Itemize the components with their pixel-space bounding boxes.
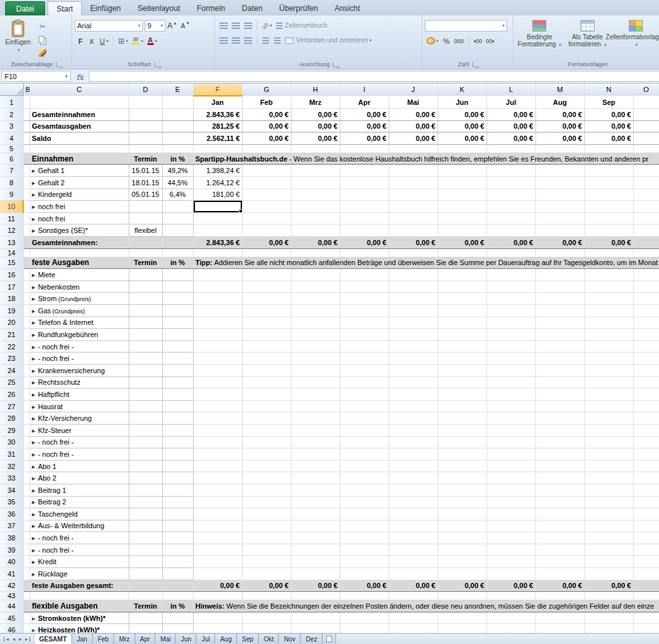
cell-L4[interactable]: 0,00 € [487, 133, 535, 145]
cell-G5[interactable] [242, 144, 291, 152]
cell-I16[interactable] [340, 269, 389, 281]
cell-D29[interactable] [129, 424, 162, 436]
cell-C44[interactable]: flexible Ausgaben [30, 600, 129, 612]
cell-G1[interactable]: Feb [242, 96, 291, 109]
paste-button[interactable]: Einfügen▾ [3, 18, 33, 58]
cell-H36[interactable] [291, 508, 340, 520]
cell-E45[interactable] [162, 612, 193, 624]
format-as-table-button[interactable]: Als Tabelle formatieren ▾ [564, 18, 611, 48]
cell-B11[interactable] [23, 212, 30, 225]
cell-J4[interactable]: 0,00 € [389, 133, 438, 145]
cell-K32[interactable] [438, 460, 487, 472]
row-header-27[interactable]: 27 [0, 400, 23, 412]
cell-I34[interactable] [340, 484, 389, 496]
column-header-L[interactable]: L [487, 84, 535, 96]
cell-M40[interactable] [535, 556, 584, 568]
cell-M5[interactable] [535, 144, 584, 152]
cell-E2[interactable] [162, 109, 193, 121]
cell-D26[interactable] [129, 389, 162, 401]
cell-J46[interactable] [389, 624, 438, 633]
row-header-39[interactable]: 39 [0, 544, 23, 556]
cell-I38[interactable] [340, 532, 389, 544]
cell-N2[interactable]: 0,00 € [584, 109, 633, 121]
cell-E14[interactable] [162, 248, 193, 257]
cell-L23[interactable] [487, 353, 535, 365]
sheet-tab-aug[interactable]: Aug [215, 634, 237, 644]
cell-M26[interactable] [535, 389, 584, 401]
merge-center-button[interactable]: Verbinden und zentrieren▾ [283, 35, 373, 46]
cell-C41[interactable]: ▶Rücklage [30, 568, 129, 580]
row-header-41[interactable]: 41 [0, 568, 23, 580]
cell-K17[interactable] [438, 281, 487, 293]
cell-H3[interactable]: 0,00 € [291, 120, 340, 133]
cell-M45[interactable] [535, 612, 584, 624]
cell-G27[interactable] [242, 400, 291, 412]
select-all-corner[interactable] [0, 84, 23, 96]
cell-D8[interactable]: 18.01.15 [129, 177, 162, 189]
cell-C30[interactable]: ▶- noch frei - [30, 436, 129, 448]
cell-I46[interactable] [340, 624, 389, 633]
cell-H39[interactable] [291, 544, 340, 556]
cell-N26[interactable] [584, 389, 633, 401]
cell-E4[interactable] [162, 133, 193, 145]
cell-O10[interactable] [633, 201, 659, 213]
cell-G40[interactable] [242, 556, 291, 568]
cell-H40[interactable] [291, 556, 340, 568]
row-header-32[interactable]: 32 [0, 460, 23, 472]
row-header-44[interactable]: 44 [0, 600, 23, 612]
cell-M33[interactable] [535, 472, 584, 484]
cell-O36[interactable] [633, 508, 659, 520]
cell-B38[interactable] [23, 532, 30, 544]
cell-H21[interactable] [291, 329, 340, 341]
cell-D18[interactable] [129, 293, 162, 305]
cell-L41[interactable] [487, 568, 535, 580]
align-middle-button[interactable] [230, 20, 242, 31]
cell-N38[interactable] [584, 532, 633, 544]
cell-B34[interactable] [23, 484, 30, 496]
cell-D23[interactable] [129, 353, 162, 365]
cell-C23[interactable]: ▶- noch frei - [30, 353, 129, 365]
cell-B35[interactable] [23, 496, 30, 508]
cell-B46[interactable] [23, 624, 30, 633]
cell-E5[interactable] [162, 144, 193, 152]
cell-H9[interactable] [291, 189, 340, 201]
row-header-26[interactable]: 26 [0, 389, 23, 401]
cell-C25[interactable]: ▶Rechtsschutz [30, 376, 129, 389]
cell-E21[interactable] [162, 329, 193, 341]
cell-I17[interactable] [340, 281, 389, 293]
cell-N35[interactable] [584, 496, 633, 508]
cell-E29[interactable] [162, 424, 193, 436]
cell-D33[interactable] [129, 472, 162, 484]
cell-M30[interactable] [535, 436, 584, 448]
cell-O37[interactable] [633, 520, 659, 532]
borders-button[interactable]: ⊞▾ [116, 35, 130, 46]
cell-B2[interactable] [23, 109, 30, 121]
align-left-button[interactable] [218, 35, 230, 46]
cell-M22[interactable] [535, 340, 584, 353]
cell-E44[interactable]: in % [162, 600, 193, 612]
shrink-font-button[interactable]: A▼ [179, 21, 192, 32]
cell-F28[interactable] [193, 412, 242, 425]
cell-O25[interactable] [633, 376, 659, 389]
cell-I22[interactable] [340, 340, 389, 353]
cell-C31[interactable]: ▶- noch frei - [30, 448, 129, 461]
cell-O11[interactable] [633, 212, 659, 225]
cell-J35[interactable] [389, 496, 438, 508]
cell-N22[interactable] [584, 340, 633, 353]
cell-C21[interactable]: ▶Rundfunkgebühren [30, 329, 129, 341]
cell-H2[interactable]: 0,00 € [291, 109, 340, 121]
cell-F2[interactable]: 2.843,36 € [193, 109, 242, 121]
cell-C7[interactable]: ▶Gehalt 1 [30, 165, 129, 177]
cell-F14[interactable] [193, 248, 242, 257]
cell-I24[interactable] [340, 364, 389, 376]
cell-E37[interactable] [162, 520, 193, 532]
fill-color-button[interactable]: ▾ [130, 35, 145, 46]
cell-N11[interactable] [584, 212, 633, 225]
cell-O5[interactable] [633, 144, 659, 152]
cell-O32[interactable] [633, 460, 659, 472]
cell-B1[interactable] [23, 96, 30, 109]
cell-M20[interactable] [535, 317, 584, 329]
row-header-12[interactable]: 12 [0, 225, 23, 237]
cell-G32[interactable] [242, 460, 291, 472]
cell-J40[interactable] [389, 556, 438, 568]
